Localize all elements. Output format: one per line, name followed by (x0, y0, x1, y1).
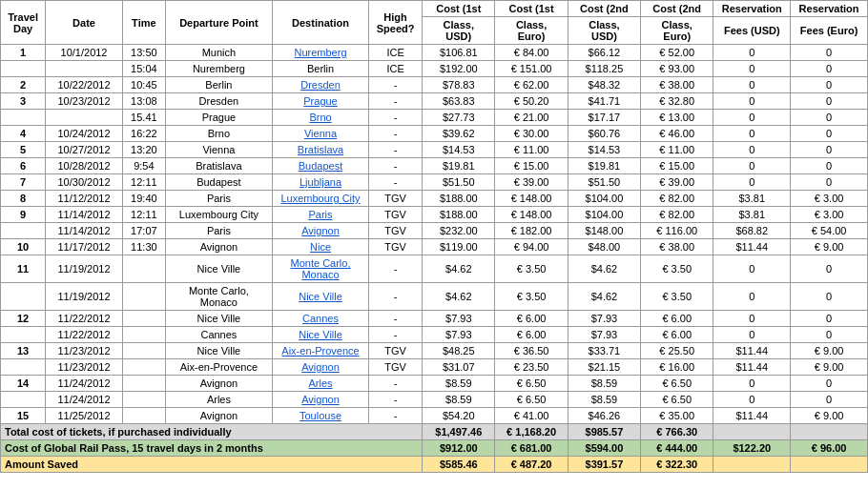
date-cell: 11/19/2012 (46, 283, 123, 311)
rfeur-cell: 0 (791, 126, 868, 142)
time-cell (122, 255, 165, 283)
rfusd-cell: $68.82 (713, 223, 791, 239)
c2usd-cell: $14.53 (568, 142, 640, 158)
c2eur-cell: € 25.50 (641, 343, 713, 359)
col-rfeur-subheader: Fees (Euro) (791, 17, 868, 45)
speed-cell: TGV (369, 207, 423, 223)
travel-schedule-table: Travel Day Date Time Departure Point Des… (0, 0, 868, 473)
table-row: 811/12/201219:40ParisLuxembourg CityTGV$… (1, 191, 868, 207)
date-cell: 11/25/2012 (46, 408, 123, 424)
c1eur-cell: € 6.50 (495, 392, 568, 408)
total-rfusd (713, 424, 791, 440)
table-row: 1211/22/2012Nice VilleCannes-$7.93€ 6.00… (1, 311, 868, 327)
speed-cell: - (369, 174, 423, 191)
travel-day-cell: 7 (1, 174, 46, 191)
c2usd-cell: $8.59 (568, 376, 640, 392)
rfusd-cell: $11.44 (713, 408, 791, 424)
c2usd-cell: $41.71 (568, 93, 640, 110)
destination-cell: Vienna (273, 126, 369, 142)
c1usd-cell: $54.20 (423, 408, 495, 424)
saved-label: Amount Saved (1, 457, 423, 473)
col-rfusd-header: Reservation (713, 1, 791, 17)
c1eur-cell: € 21.00 (495, 110, 568, 126)
rfusd-cell: 0 (713, 392, 791, 408)
col-departure: Departure Point (165, 1, 272, 45)
table-row: 11/19/2012Monte Carlo, MonacoNice Ville-… (1, 283, 868, 311)
speed-cell: TGV (369, 343, 423, 359)
time-cell (122, 327, 165, 343)
rfusd-cell: 0 (713, 45, 791, 61)
speed-cell: TGV (369, 191, 423, 207)
speed-cell: - (369, 255, 423, 283)
c1eur-cell: € 23.50 (495, 359, 568, 376)
departure-cell: Brno (165, 126, 272, 142)
travel-day-cell (1, 110, 46, 126)
total-c2eur: € 766.30 (641, 424, 713, 440)
total-rfeur (791, 424, 868, 440)
speed-cell: ICE (369, 45, 423, 61)
date-cell: 10/24/2012 (46, 126, 123, 142)
col-rfusd-subheader: Fees (USD) (713, 17, 791, 45)
destination-cell: Nice Ville (273, 327, 369, 343)
col-c1eur-subheader: Class,Euro) (495, 17, 568, 45)
destination-cell: Avignon (273, 223, 369, 239)
table-row: 15:04NurembergBerlinICE$192.00€ 151.00$1… (1, 61, 868, 77)
table-row: 310/23/201213:08DresdenPrague-$63.83€ 50… (1, 93, 868, 110)
c2eur-cell: € 39.00 (641, 174, 713, 191)
destination-cell: Avignon (273, 359, 369, 376)
destination-cell: Ljubljana (273, 174, 369, 191)
destination-cell: Arles (273, 376, 369, 392)
speed-cell: - (369, 408, 423, 424)
col-travel-day: Travel Day (1, 1, 46, 45)
table-row: 610/28/20129:54BratislavaBudapest-$19.81… (1, 158, 868, 174)
speed-cell: TGV (369, 223, 423, 239)
c2eur-cell: € 93.00 (641, 61, 713, 77)
table-row: 11/22/2012CannesNice Ville-$7.93€ 6.00$7… (1, 327, 868, 343)
col-c2eur-subheader: Class,Euro) (641, 17, 713, 45)
c2eur-cell: € 16.00 (641, 359, 713, 376)
saved-c1usd: $585.46 (423, 457, 495, 473)
table-row: 911/14/201212:11Luxembourg CityParisTGV$… (1, 207, 868, 223)
destination-cell: Monte Carlo, Monaco (273, 255, 369, 283)
c1eur-cell: € 50.20 (495, 93, 568, 110)
travel-day-cell: 2 (1, 77, 46, 93)
c2eur-cell: € 11.00 (641, 142, 713, 158)
destination-cell: Budapest (273, 158, 369, 174)
table-row: 11/14/201217:07ParisAvignonTGV$232.00€ 1… (1, 223, 868, 239)
table-row: 710/30/201212:11BudapestLjubljana-$51.50… (1, 174, 868, 191)
rfeur-cell: 0 (791, 174, 868, 191)
pass-c2eur: € 444.00 (641, 440, 713, 457)
c1eur-cell: € 148.00 (495, 191, 568, 207)
travel-day-cell: 12 (1, 311, 46, 327)
departure-cell: Avignon (165, 408, 272, 424)
rfusd-cell: $3.81 (713, 191, 791, 207)
rfeur-cell: 0 (791, 110, 868, 126)
c2usd-cell: $7.93 (568, 311, 640, 327)
travel-day-cell (1, 392, 46, 408)
pass-label: Cost of Global Rail Pass, 15 travel days… (1, 440, 423, 457)
travel-day-cell: 10 (1, 239, 46, 255)
date-cell: 11/17/2012 (46, 239, 123, 255)
col-date: Date (46, 1, 123, 45)
c1usd-cell: $39.62 (423, 126, 495, 142)
time-cell: 19:40 (122, 191, 165, 207)
travel-day-cell (1, 359, 46, 376)
rfusd-cell: 0 (713, 311, 791, 327)
travel-day-cell: 4 (1, 126, 46, 142)
saved-c1eur: € 487.20 (495, 457, 568, 473)
c2usd-cell: $66.12 (568, 45, 640, 61)
time-cell (122, 283, 165, 311)
departure-cell: Vienna (165, 142, 272, 158)
col-high-speed: High Speed? (369, 1, 423, 45)
c1eur-cell: € 39.00 (495, 174, 568, 191)
rfusd-cell: $11.44 (713, 239, 791, 255)
rfeur-cell: 0 (791, 77, 868, 93)
speed-cell: - (369, 392, 423, 408)
pass-rfeur: € 96.00 (791, 440, 868, 457)
table-row: 1311/23/2012Nice VilleAix-en-ProvenceTGV… (1, 343, 868, 359)
c1eur-cell: € 62.00 (495, 77, 568, 93)
c2eur-cell: € 15.00 (641, 158, 713, 174)
c2usd-cell: $4.62 (568, 283, 640, 311)
c2usd-cell: $148.00 (568, 223, 640, 239)
c1usd-cell: $27.73 (423, 110, 495, 126)
